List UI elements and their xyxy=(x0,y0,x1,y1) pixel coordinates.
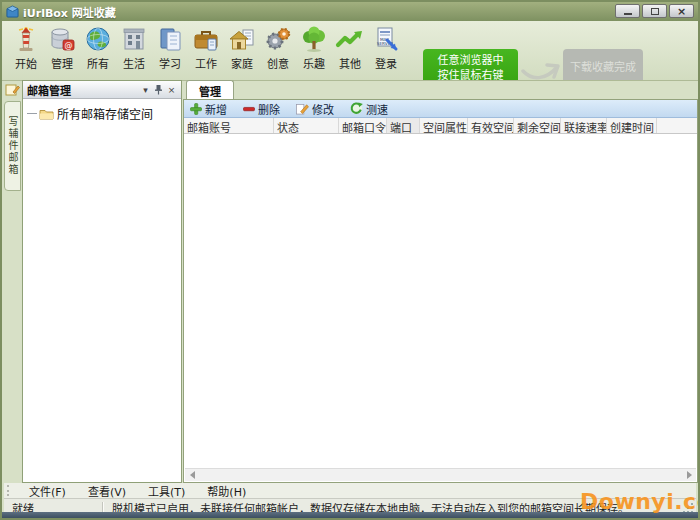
menu-grip-handle[interactable] xyxy=(7,485,12,496)
database-icon: @ xyxy=(47,24,77,54)
minimize-button[interactable] xyxy=(615,4,640,18)
home-document-icon xyxy=(227,24,257,54)
table-body[interactable] xyxy=(185,152,696,468)
chevron-down-icon: ▾ xyxy=(143,85,148,95)
panel-dropdown-button[interactable]: ▾ xyxy=(139,83,152,96)
add-button[interactable]: 新增 xyxy=(190,101,227,117)
column-header-created[interactable]: 创建时间 xyxy=(607,118,657,133)
pin-icon xyxy=(154,84,163,95)
column-header-space-attr[interactable]: 空间属性 xyxy=(420,118,468,133)
scroll-left-button[interactable] xyxy=(185,469,199,481)
title-bar: iUrlBox 网址收藏 × xyxy=(2,2,698,21)
toolbar-item-fun[interactable]: 乐趣 xyxy=(296,24,332,76)
arrow-right-icon xyxy=(687,471,692,479)
speed-test-button-label: 测速 xyxy=(366,101,388,117)
main-toolbar: 开始 @ 管理 所有 xyxy=(2,21,698,81)
side-tab-mailbox[interactable]: 写辅件邮箱 xyxy=(4,101,21,191)
tree-icon xyxy=(299,24,329,54)
column-header-free-space[interactable]: 剩余空间 xyxy=(514,118,561,133)
mailbox-panel-header: 邮箱管理 ▾ × xyxy=(23,81,181,99)
promo-step2-text: 下载收藏完成 xyxy=(563,58,643,74)
promo-arrow-icon xyxy=(520,57,562,81)
horizontal-scrollbar[interactable] xyxy=(185,468,696,481)
action-toolbar: 新增 删除 修改 xyxy=(184,100,697,118)
toolbar-item-label: 创意 xyxy=(267,55,289,71)
gears-icon xyxy=(263,24,293,54)
delete-button-label: 删除 xyxy=(258,101,280,117)
note-icon[interactable] xyxy=(5,83,20,97)
toolbar-item-all[interactable]: 所有 xyxy=(80,24,116,76)
manage-panel: 新增 删除 修改 xyxy=(183,99,698,483)
toolbar-item-label: 其他 xyxy=(339,55,361,71)
briefcase-icon xyxy=(191,24,221,54)
edit-button-label: 修改 xyxy=(312,101,334,117)
watermark: Downyi.com xyxy=(580,489,700,514)
close-icon: × xyxy=(168,85,176,95)
toolbar-item-label: 登录 xyxy=(375,55,397,71)
promo-step1-line1: 任意浏览器中 xyxy=(423,53,518,68)
tree-branch-line xyxy=(27,113,37,114)
add-button-label: 新增 xyxy=(205,101,227,117)
add-icon xyxy=(190,103,202,115)
tab-bar: 管理 xyxy=(183,80,698,99)
menu-help[interactable]: 帮助(H) xyxy=(196,483,257,499)
column-header-link-speed[interactable]: 联接速率 xyxy=(561,118,607,133)
toolbar-item-start[interactable]: 开始 xyxy=(8,24,44,76)
column-header-password[interactable]: 邮箱口令 xyxy=(339,118,387,133)
tab-manage[interactable]: 管理 xyxy=(186,80,234,100)
menu-file[interactable]: 文件(F) xyxy=(18,483,77,499)
edit-button[interactable]: 修改 xyxy=(296,101,334,117)
column-header-account[interactable]: 邮箱账号 xyxy=(184,118,274,133)
close-icon: × xyxy=(677,6,686,17)
folder-icon xyxy=(39,108,54,120)
menu-tools[interactable]: 工具(T) xyxy=(137,483,196,499)
panel-close-button[interactable]: × xyxy=(165,83,178,96)
books-icon xyxy=(155,24,185,54)
lighthouse-icon xyxy=(11,24,41,54)
maximize-icon xyxy=(651,8,659,15)
tree-item-all-mailboxes[interactable]: 所有邮箱存储空间 xyxy=(27,105,181,122)
window-title: iUrlBox 网址收藏 xyxy=(23,4,116,20)
maximize-button[interactable] xyxy=(642,4,667,18)
promo-step1-banner: 任意浏览器中 按住鼠标右键 1 xyxy=(423,49,518,81)
table-header: 邮箱账号 状态 邮箱口令 端口 空间属性 有效空间 剩余空间 联接速率 创建时间 xyxy=(184,118,697,134)
speed-test-icon xyxy=(350,102,363,115)
app-window: iUrlBox 网址收藏 × 开始 xyxy=(0,0,700,520)
column-header-status[interactable]: 状态 xyxy=(274,118,339,133)
toolbar-item-label: 所有 xyxy=(87,55,109,71)
toolbar-item-label: 工作 xyxy=(195,55,217,71)
toolbar-item-family[interactable]: 家庭 xyxy=(224,24,260,76)
toolbar-item-label: 生活 xyxy=(123,55,145,71)
main-panel: 管理 新增 删除 xyxy=(183,80,698,483)
toolbar-item-idea[interactable]: 创意 xyxy=(260,24,296,76)
close-button[interactable]: × xyxy=(669,4,694,18)
column-header-valid-space[interactable]: 有效空间 xyxy=(468,118,514,133)
panel-pin-button[interactable] xyxy=(152,83,165,96)
toolbar-item-login[interactable]: MAIL SERVER 登录 xyxy=(368,24,404,76)
side-tab-label: 写辅件邮箱 xyxy=(5,116,20,176)
column-header-port[interactable]: 端口 xyxy=(387,118,420,133)
building-icon xyxy=(119,24,149,54)
toolbar-item-label: 管理 xyxy=(51,55,73,71)
promo-step2-banner: 下载收藏完成 2 xyxy=(563,49,643,81)
minimize-icon xyxy=(624,13,632,15)
toolbar-item-label: 学习 xyxy=(159,55,181,71)
toolbar-item-label: 开始 xyxy=(15,55,37,71)
remove-icon xyxy=(243,103,255,115)
speed-test-button[interactable]: 测速 xyxy=(350,101,388,117)
toolbar-item-manage[interactable]: @ 管理 xyxy=(44,24,80,76)
edit-icon xyxy=(296,103,309,115)
toolbar-item-label: 乐趣 xyxy=(303,55,325,71)
mailbox-panel: 邮箱管理 ▾ × 所有邮箱存储空间 xyxy=(22,80,182,483)
scroll-right-button[interactable] xyxy=(682,469,696,481)
toolbar-item-life[interactable]: 生活 xyxy=(116,24,152,76)
toolbar-item-work[interactable]: 工作 xyxy=(188,24,224,76)
column-header-filler xyxy=(657,118,697,133)
delete-button[interactable]: 删除 xyxy=(243,101,280,117)
tree-item-label: 所有邮箱存储空间 xyxy=(57,105,153,122)
app-logo-icon xyxy=(6,5,19,18)
menu-view[interactable]: 查看(V) xyxy=(77,483,137,499)
toolbar-item-study[interactable]: 学习 xyxy=(152,24,188,76)
toolbar-item-other[interactable]: 其他 xyxy=(332,24,368,76)
globe-icon xyxy=(83,24,113,54)
